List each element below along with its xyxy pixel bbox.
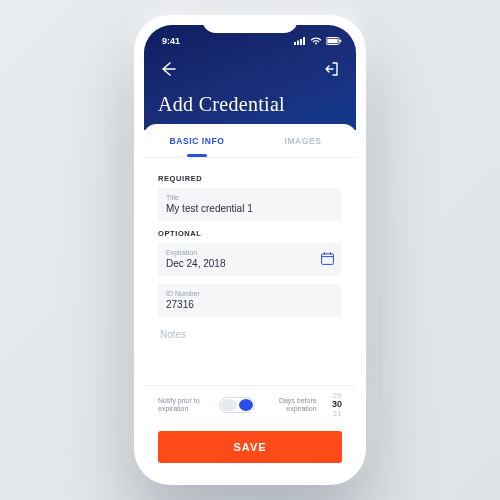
page-title: Add Credential — [158, 93, 342, 116]
field-expiration[interactable]: Expiration Dec 24, 2018 — [158, 243, 342, 276]
battery-icon — [326, 37, 342, 45]
section-required-label: REQUIRED — [158, 174, 342, 183]
svg-point-4 — [315, 43, 317, 45]
notify-row: Notify prior to expiration Days before e… — [144, 385, 356, 427]
field-id-label: ID Number — [166, 290, 334, 297]
app-screen: 9:41 — [144, 25, 356, 475]
field-expiration-label: Expiration — [166, 249, 334, 256]
field-expiration-value: Dec 24, 2018 — [166, 258, 334, 269]
form-area: REQUIRED Title My test credential 1 OPTI… — [144, 158, 356, 385]
status-time: 9:41 — [158, 36, 180, 46]
status-indicators — [294, 37, 342, 45]
toggle-knob — [239, 399, 253, 411]
notify-right-label: Days before expiration — [271, 397, 317, 415]
field-id-number[interactable]: ID Number 27316 — [158, 284, 342, 317]
arrow-left-icon — [160, 61, 176, 77]
app-header: 9:41 — [144, 25, 356, 130]
wheel-next: 31 — [333, 410, 342, 419]
svg-rect-7 — [340, 40, 342, 43]
svg-rect-8 — [322, 253, 334, 264]
wifi-icon — [310, 37, 322, 45]
days-wheel[interactable]: 29 30 31 — [332, 392, 342, 419]
svg-rect-3 — [303, 37, 305, 45]
exit-icon — [324, 61, 340, 77]
toggle-track — [221, 399, 237, 411]
notify-left-label: Notify prior to expiration — [158, 397, 204, 415]
field-notes[interactable]: Notes — [158, 325, 342, 350]
tab-images[interactable]: IMAGES — [250, 124, 356, 157]
save-button[interactable]: SAVE — [158, 431, 342, 463]
field-title-label: Title — [166, 194, 334, 201]
svg-rect-6 — [327, 39, 337, 43]
nav-row — [158, 59, 342, 79]
cellular-signal-icon — [294, 37, 306, 45]
tab-label: IMAGES — [284, 136, 321, 146]
device-notch — [202, 15, 298, 33]
calendar-icon[interactable] — [321, 251, 334, 269]
device-frame: 9:41 — [134, 15, 366, 485]
notify-toggle[interactable] — [219, 397, 255, 413]
content-card: BASIC INFO IMAGES REQUIRED Title My test… — [144, 124, 356, 475]
svg-rect-2 — [300, 39, 302, 45]
tab-label: BASIC INFO — [169, 136, 224, 146]
section-optional-label: OPTIONAL — [158, 229, 342, 238]
back-button[interactable] — [158, 59, 178, 79]
field-title[interactable]: Title My test credential 1 — [158, 188, 342, 221]
svg-rect-1 — [297, 41, 299, 46]
field-id-value: 27316 — [166, 299, 334, 310]
field-title-value: My test credential 1 — [166, 203, 334, 214]
tab-basic-info[interactable]: BASIC INFO — [144, 124, 250, 157]
tab-bar: BASIC INFO IMAGES — [144, 124, 356, 158]
status-bar: 9:41 — [158, 33, 342, 49]
svg-rect-0 — [294, 42, 296, 45]
exit-button[interactable] — [322, 59, 342, 79]
